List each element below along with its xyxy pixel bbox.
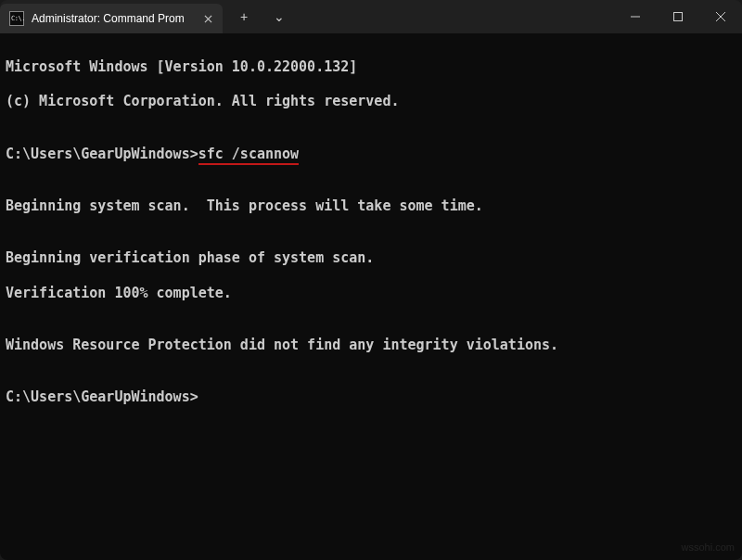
prompt-line-1: C:\Users\GearUpWindows>sfc /scannow [6,146,736,163]
svg-rect-0 [674,13,683,21]
output-verify-begin: Beginning verification phase of system s… [6,249,736,267]
tab-cmd[interactable]: C:\. Administrator: Command Prom [0,4,223,33]
close-button[interactable] [699,0,742,33]
terminal-output[interactable]: Microsoft Windows [Version 10.0.22000.13… [0,33,742,560]
output-verify-done: Verification 100% complete. [6,285,736,302]
cmd-icon: C:\. [9,11,24,26]
typed-command: sfc /scannow [198,146,299,165]
output-version: Microsoft Windows [Version 10.0.22000.13… [6,58,736,76]
output-scan-begin: Beginning system scan. This process will… [6,197,736,215]
prompt-line-2: C:\Users\GearUpWindows> [6,388,736,406]
window-controls [614,0,742,33]
watermark: wssohi.com [682,541,735,554]
minimize-button[interactable] [614,0,657,33]
tab-title: Administrator: Command Prom [32,12,193,25]
maximize-button[interactable] [657,0,699,33]
titlebar-drag-area[interactable] [295,0,614,33]
prompt-path: C:\Users\GearUpWindows> [6,146,198,162]
output-result: Windows Resource Protection did not find… [6,337,736,354]
tab-dropdown-button[interactable]: ⌄ [263,2,295,32]
titlebar: C:\. Administrator: Command Prom + ⌄ [0,0,742,33]
tab-actions: + ⌄ [223,0,295,33]
output-copyright: (c) Microsoft Corporation. All rights re… [6,93,736,110]
tab-close-button[interactable] [200,11,215,26]
new-tab-button[interactable]: + [228,2,260,32]
